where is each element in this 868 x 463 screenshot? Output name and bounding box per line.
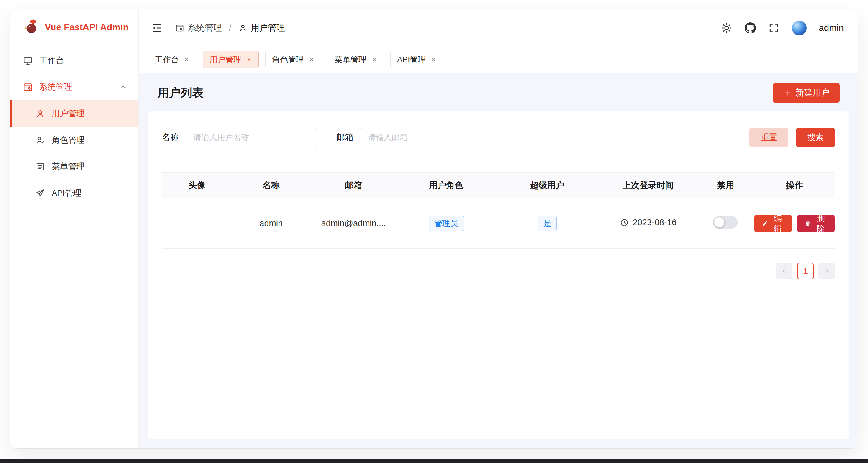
- breadcrumb-item-users[interactable]: 用户管理: [238, 22, 285, 34]
- reset-button[interactable]: 重置: [749, 128, 788, 147]
- avatar-cell: [162, 198, 232, 249]
- delete-button[interactable]: 删除: [797, 215, 835, 232]
- sidebar-item-label: 系统管理: [39, 81, 72, 93]
- edit-button[interactable]: 编辑: [754, 215, 792, 232]
- email-cell: admin@admin....: [310, 198, 397, 249]
- theme-light-icon: [721, 23, 732, 34]
- sidebar-item-user-management[interactable]: 用户管理: [10, 100, 138, 127]
- sidebar-item-menu-management[interactable]: 菜单管理: [10, 153, 138, 180]
- users-table: 头像 名称 邮箱 用户角色 超级用户 上次登录时间 禁用 操作: [162, 172, 835, 249]
- filter-actions: 重置 搜索: [749, 128, 835, 147]
- search-button[interactable]: 搜索: [796, 128, 835, 147]
- name-cell: admin: [232, 198, 310, 249]
- tab-label: 菜单管理: [335, 54, 366, 65]
- breadcrumb: 系统管理 / 用户管理: [175, 22, 285, 34]
- column-role: 用户角色: [397, 172, 495, 198]
- github-icon: [745, 23, 756, 34]
- pencil-icon: [762, 220, 768, 227]
- tabs-bar: 工作台 用户管理 角色管理 菜单管理 API管理: [139, 46, 858, 73]
- monitor-icon: [23, 56, 33, 65]
- chevron-right-icon: [823, 267, 830, 274]
- topbar: 系统管理 / 用户管理: [139, 10, 858, 46]
- edit-button-label: 编辑: [772, 213, 784, 234]
- role-tag: 管理员: [429, 216, 464, 231]
- page-title: 用户列表: [158, 85, 204, 101]
- close-icon[interactable]: [431, 57, 437, 63]
- superuser-cell: 是: [495, 198, 599, 249]
- sidebar-item-label: 用户管理: [52, 108, 85, 119]
- table-header-row: 头像 名称 邮箱 用户角色 超级用户 上次登录时间 禁用 操作: [162, 172, 835, 198]
- plus-icon: [783, 89, 791, 97]
- chevron-left-icon: [781, 267, 788, 274]
- tab-workbench[interactable]: 工作台: [148, 51, 196, 68]
- table-header: 头像 名称 邮箱 用户角色 超级用户 上次登录时间 禁用 操作: [162, 172, 835, 198]
- new-user-button[interactable]: 新建用户: [773, 83, 840, 103]
- clock-icon: [620, 218, 629, 227]
- fullscreen-icon: [768, 23, 779, 34]
- column-avatar: 头像: [162, 172, 232, 198]
- column-disabled: 禁用: [697, 172, 754, 198]
- sidebar-item-system[interactable]: 系统管理: [10, 74, 138, 100]
- fullscreen-button[interactable]: [768, 23, 779, 34]
- theme-toggle-button[interactable]: [721, 23, 732, 34]
- superuser-tag: 是: [537, 216, 557, 231]
- role-cell: 管理员: [397, 198, 495, 249]
- collapse-sidebar-button[interactable]: [152, 23, 163, 34]
- title-row: 用户列表 新建用户: [139, 73, 858, 111]
- email-filter-label: 邮箱: [336, 132, 353, 143]
- breadcrumb-label: 用户管理: [251, 22, 285, 34]
- column-superuser: 超级用户: [495, 172, 599, 198]
- column-email: 邮箱: [310, 172, 397, 198]
- filter-bar: 名称 邮箱 重置 搜索: [162, 128, 835, 147]
- sidebar-item-label: 角色管理: [52, 134, 85, 146]
- email-filter-input[interactable]: [361, 128, 492, 147]
- pagination-next-button[interactable]: [818, 263, 835, 279]
- tab-api-management[interactable]: API管理: [390, 51, 443, 68]
- new-user-button-label: 新建用户: [796, 87, 830, 99]
- sidebar-item-workbench[interactable]: 工作台: [10, 47, 138, 74]
- user-avatar[interactable]: [792, 21, 807, 35]
- close-icon[interactable]: [309, 57, 314, 63]
- close-icon[interactable]: [246, 57, 252, 63]
- close-icon[interactable]: [371, 57, 377, 63]
- disabled-toggle[interactable]: [713, 216, 738, 229]
- name-filter-group: 名称: [162, 128, 317, 147]
- topbar-right: admin: [721, 21, 844, 35]
- trash-icon: [805, 220, 811, 227]
- breadcrumb-item-system[interactable]: 系统管理: [175, 22, 222, 34]
- last-login-value: 2023-08-16: [633, 218, 677, 227]
- table-row: admin admin@admin.... 管理员 是: [162, 198, 835, 249]
- window-edge-strip: [0, 459, 868, 463]
- username-label[interactable]: admin: [819, 23, 844, 33]
- email-filter-group: 邮箱: [336, 128, 492, 147]
- sidebar-item-label: API管理: [52, 188, 82, 199]
- delete-button-label: 删除: [815, 213, 827, 234]
- app-title: Vue FastAPI Admin: [45, 22, 129, 33]
- name-filter-label: 名称: [162, 132, 179, 143]
- sidebar-item-label: 菜单管理: [52, 161, 85, 172]
- chevron-up-icon: [119, 83, 127, 91]
- tab-label: 用户管理: [210, 54, 241, 65]
- name-filter-input[interactable]: [186, 128, 317, 147]
- tab-label: 角色管理: [272, 54, 304, 65]
- user-icon: [35, 109, 45, 119]
- breadcrumb-label: 系统管理: [188, 22, 222, 34]
- sidebar-item-role-management[interactable]: 角色管理: [10, 127, 138, 153]
- tab-role-management[interactable]: 角色管理: [265, 51, 321, 68]
- github-button[interactable]: [745, 23, 756, 34]
- user-list-card: 名称 邮箱 重置 搜索: [148, 111, 849, 439]
- sidebar-item-api-management[interactable]: API管理: [10, 180, 138, 206]
- pagination-prev-button[interactable]: [776, 263, 793, 279]
- tab-menu-management[interactable]: 菜单管理: [328, 51, 384, 68]
- sidebar-item-label: 工作台: [39, 55, 64, 66]
- rooster-logo-icon: [22, 19, 39, 36]
- pagination-page-1[interactable]: 1: [797, 263, 814, 279]
- sidebar-submenu-system: 用户管理 角色管理 菜单管理: [10, 100, 138, 206]
- tab-user-management[interactable]: 用户管理: [203, 51, 259, 68]
- sidebar-menu: 工作台 系统管理: [10, 45, 138, 206]
- last-login-cell: 2023-08-16: [599, 198, 697, 249]
- system-settings-icon: [23, 82, 33, 92]
- pagination: 1: [162, 263, 835, 279]
- user-icon: [238, 24, 247, 32]
- close-icon[interactable]: [184, 57, 189, 63]
